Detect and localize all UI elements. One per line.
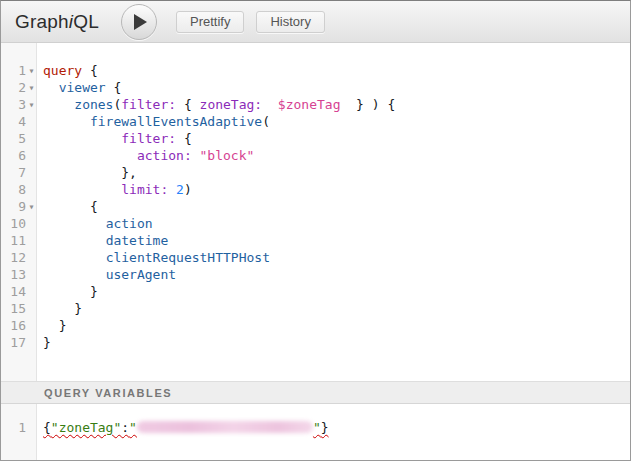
line-number: 15 <box>1 300 26 317</box>
code-line[interactable]: 2▾ viewer { <box>1 79 630 96</box>
code-text: limit: 2) <box>37 181 192 198</box>
token-punctuation <box>43 131 121 146</box>
token-punctuation <box>43 114 90 129</box>
code-line[interactable]: 4 firewallEventsAdaptive( <box>1 113 630 130</box>
line-number: 1 <box>1 62 26 79</box>
code-text: action: "block" <box>37 147 254 164</box>
fold-arrow-icon[interactable]: ▾ <box>26 96 37 113</box>
code-text: action <box>37 215 153 232</box>
token-argument: action: <box>137 148 192 163</box>
code-line[interactable]: 1{"zoneTag":""} <box>1 419 630 436</box>
token-punctuation: { <box>106 80 122 95</box>
token-argument: filter: <box>121 131 176 146</box>
code-text: clientRequestHTTPHost <box>37 249 270 266</box>
token-punctuation: ) <box>184 182 192 197</box>
line-number: 10 <box>1 215 26 232</box>
prettify-button[interactable]: Prettify <box>176 11 244 33</box>
token-argument: zoneTag: <box>200 97 263 112</box>
token-punctuation <box>43 216 106 231</box>
code-line[interactable]: 14 } <box>1 283 630 300</box>
code-text: viewer { <box>37 79 121 96</box>
token-punctuation <box>192 148 200 163</box>
line-number: 4 <box>1 113 26 130</box>
execute-button[interactable] <box>121 4 157 40</box>
token-field: firewallEventsAdaptive <box>90 114 262 129</box>
fold-arrow-icon <box>26 317 37 334</box>
history-button[interactable]: History <box>256 11 324 33</box>
code-line[interactable]: 8 limit: 2) <box>1 181 630 198</box>
query-variables-label: QUERY VARIABLES <box>44 387 172 399</box>
token-field: zones <box>74 97 113 112</box>
token-punctuation <box>168 182 176 197</box>
line-number: 6 <box>1 147 26 164</box>
fold-arrow-icon <box>26 283 37 300</box>
gutter: 16 <box>1 317 37 334</box>
token-number: 2 <box>176 182 184 197</box>
fold-arrow-icon <box>26 266 37 283</box>
token-punctuation <box>43 267 106 282</box>
gutter: 7 <box>1 164 37 181</box>
token-punctuation: } ) { <box>340 97 395 112</box>
gutter: 3▾ <box>1 96 37 113</box>
fold-arrow-icon[interactable]: ▾ <box>26 198 37 215</box>
code-text: zones(filter: { zoneTag: $zoneTag } ) { <box>37 96 395 113</box>
token-punctuation: }, <box>43 165 137 180</box>
line-number: 16 <box>1 317 26 334</box>
fold-arrow-icon[interactable]: ▾ <box>26 62 37 79</box>
fold-arrow-icon <box>26 215 37 232</box>
code-line[interactable]: 17} <box>1 334 630 351</box>
code-line[interactable]: 11 datetime <box>1 232 630 249</box>
code-line[interactable]: 12 clientRequestHTTPHost <box>1 249 630 266</box>
query-editor[interactable]: 1▾query {2▾ viewer {3▾ zones(filter: { z… <box>1 43 630 381</box>
token-punctuation <box>43 182 121 197</box>
token-punctuation: : <box>121 420 129 435</box>
fold-arrow-icon[interactable]: ▾ <box>26 79 37 96</box>
fold-arrow-icon <box>26 300 37 317</box>
line-number: 1 <box>1 419 26 436</box>
code-line[interactable]: 16 } <box>1 317 630 334</box>
code-line[interactable]: 6 action: "block" <box>1 147 630 164</box>
code-line[interactable]: 9▾ { <box>1 198 630 215</box>
token-punctuation <box>43 80 59 95</box>
gutter: 15 <box>1 300 37 317</box>
token-punctuation: { <box>82 63 98 78</box>
line-number: 5 <box>1 130 26 147</box>
code-line[interactable]: 5 filter: { <box>1 130 630 147</box>
token-punctuation: ( <box>262 114 270 129</box>
variables-editor[interactable]: 1{"zoneTag":""} <box>1 404 630 460</box>
query-variables-header[interactable]: QUERY VARIABLES <box>1 381 630 404</box>
token-punctuation: { <box>176 131 192 146</box>
code-line[interactable]: 3▾ zones(filter: { zoneTag: $zoneTag } )… <box>1 96 630 113</box>
token-punctuation <box>43 250 106 265</box>
gutter: 13 <box>1 266 37 283</box>
gutter: 12 <box>1 249 37 266</box>
code-line[interactable]: 10 action <box>1 215 630 232</box>
line-number: 2 <box>1 79 26 96</box>
code-line[interactable]: 7 }, <box>1 164 630 181</box>
token-punctuation: } <box>43 335 51 350</box>
gutter: 10 <box>1 215 37 232</box>
code-text: {"zoneTag":""} <box>37 419 329 436</box>
gutter: 1 <box>1 419 37 436</box>
line-number: 8 <box>1 181 26 198</box>
line-number: 12 <box>1 249 26 266</box>
token-punctuation <box>43 97 74 112</box>
code-text: } <box>37 300 82 317</box>
code-text: } <box>37 317 66 334</box>
code-line[interactable]: 13 userAgent <box>1 266 630 283</box>
gutter: 5 <box>1 130 37 147</box>
fold-arrow-icon <box>26 232 37 249</box>
gutter: 6 <box>1 147 37 164</box>
token-keyword: query <box>43 63 82 78</box>
token-argument: limit: <box>121 182 168 197</box>
line-number: 11 <box>1 232 26 249</box>
token-punctuation: { <box>43 199 98 214</box>
fold-arrow-icon <box>26 334 37 351</box>
token-punctuation: } <box>43 318 66 333</box>
code-line[interactable]: 15 } <box>1 300 630 317</box>
code-line[interactable]: 1▾query { <box>1 62 630 79</box>
gutter: 9▾ <box>1 198 37 215</box>
line-number: 13 <box>1 266 26 283</box>
logo-text: QL <box>73 11 99 32</box>
token-punctuation: } <box>43 301 82 316</box>
